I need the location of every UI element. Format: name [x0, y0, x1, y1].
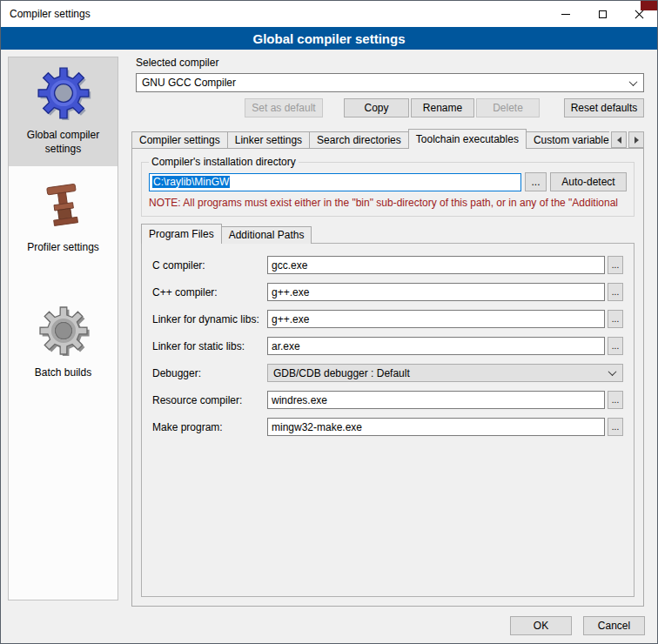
cancel-button[interactable]: Cancel	[583, 616, 645, 635]
tab-toolchain-executables[interactable]: Toolchain executables	[408, 129, 527, 149]
maximize-button[interactable]	[584, 1, 621, 27]
linker-static-browse-button[interactable]: ...	[608, 337, 623, 355]
make-program-row: Make program: ...	[152, 418, 623, 436]
browse-directory-button[interactable]: ...	[525, 172, 547, 191]
debugger-value: GDB/CDB debugger : Default	[273, 367, 410, 379]
linker-dynamic-label: Linker for dynamic libs:	[152, 313, 267, 325]
linker-dynamic-browse-button[interactable]: ...	[608, 310, 623, 328]
c-compiler-row: C compiler: ...	[152, 256, 623, 274]
sidebar-item-label: Global compiler settings	[12, 129, 114, 156]
compiler-actions: Set as default Copy Rename Delete Reset …	[136, 98, 644, 117]
debugger-label: Debugger:	[152, 367, 267, 379]
linker-dynamic-input[interactable]	[267, 310, 605, 328]
ok-button[interactable]: OK	[510, 616, 572, 635]
cpp-compiler-input[interactable]	[267, 283, 605, 301]
sidebar-item-label: Batch builds	[35, 366, 91, 380]
linker-dynamic-row: Linker for dynamic libs: ...	[152, 310, 623, 328]
tab-scroll-left-button[interactable]	[611, 131, 627, 148]
chevron-down-icon	[608, 367, 617, 376]
resource-compiler-browse-button[interactable]: ...	[608, 391, 623, 409]
cpp-compiler-row: C++ compiler: ...	[152, 283, 623, 301]
c-compiler-browse-button[interactable]: ...	[608, 256, 623, 274]
minimize-icon	[561, 14, 570, 15]
make-program-input[interactable]	[267, 418, 605, 436]
profiler-tool-icon	[32, 178, 95, 232]
resource-compiler-input[interactable]	[267, 391, 605, 409]
set-as-default-button: Set as default	[245, 98, 323, 117]
compiler-settings-dialog: Compiler settings Global compiler settin…	[0, 0, 658, 644]
sidebar-item-label: Profiler settings	[27, 241, 99, 255]
bin-subdirectory-note: NOTE: All programs must exist either in …	[149, 197, 627, 209]
installation-directory-group-label: Compiler's installation directory	[149, 156, 299, 168]
installation-directory-group: Compiler's installation directory C:\ray…	[141, 156, 634, 217]
dialog-content: Global compiler settings Profiler se	[1, 50, 657, 643]
c-compiler-input[interactable]	[267, 256, 605, 274]
tab-search-directories[interactable]: Search directories	[309, 131, 409, 149]
cpp-compiler-label: C++ compiler:	[152, 286, 267, 299]
arrow-left-icon	[617, 137, 621, 144]
main-pane: Selected compiler GNU GCC Compiler Set a…	[131, 55, 644, 607]
make-program-browse-button[interactable]: ...	[608, 418, 623, 436]
tab-linker-settings[interactable]: Linker settings	[227, 131, 310, 149]
subtab-additional-paths[interactable]: Additional Paths	[221, 226, 312, 244]
auto-detect-button[interactable]: Auto-detect	[550, 172, 627, 191]
settings-tabbar: Compiler settings Linker settings Search…	[131, 129, 644, 149]
tabs-strip: Compiler settings Linker settings Search…	[131, 129, 609, 149]
subtab-program-files[interactable]: Program Files	[141, 224, 222, 244]
installation-directory-row: C:\raylib\MinGW ... Auto-detect	[149, 172, 627, 191]
arrow-right-icon	[634, 137, 639, 144]
red-corner-mark	[641, 1, 657, 10]
minimize-button[interactable]	[547, 1, 584, 27]
close-icon	[634, 10, 644, 19]
sidebar-item-batch-builds[interactable]: Batch builds	[9, 295, 118, 391]
linker-static-label: Linker for static libs:	[152, 340, 267, 352]
sidebar-item-profiler-settings[interactable]: Profiler settings	[9, 170, 118, 265]
tab-custom-variables[interactable]: Custom variables	[526, 131, 609, 149]
dialog-header: Global compiler settings	[1, 27, 657, 50]
toolchain-subtabbar: Program Files Additional Paths	[141, 224, 636, 244]
installation-directory-value: C:\raylib\MinGW	[152, 176, 230, 188]
tab-scroll-right-button[interactable]	[628, 131, 644, 148]
window-title: Compiler settings	[1, 8, 91, 20]
toolchain-executables-panel: Compiler's installation directory C:\ray…	[131, 148, 644, 607]
program-files-panel: C compiler: ... C++ compiler: ... Linker…	[141, 243, 634, 597]
selected-compiler-label: Selected compiler	[136, 57, 644, 69]
sidebar-item-global-compiler-settings[interactable]: Global compiler settings	[9, 57, 118, 166]
copy-button[interactable]: Copy	[344, 98, 409, 117]
reset-defaults-button[interactable]: Reset defaults	[564, 98, 644, 117]
debugger-dropdown[interactable]: GDB/CDB debugger : Default	[267, 364, 623, 382]
maximize-icon	[599, 10, 607, 18]
cpp-compiler-browse-button[interactable]: ...	[608, 283, 623, 301]
selected-compiler-value: GNU GCC Compiler	[142, 77, 236, 89]
gray-gear-icon	[32, 304, 95, 358]
tab-scroll-buttons	[611, 131, 644, 148]
rename-button[interactable]: Rename	[411, 98, 474, 117]
blue-gear-icon	[32, 66, 95, 120]
linker-static-row: Linker for static libs: ...	[152, 337, 623, 355]
installation-directory-input[interactable]: C:\raylib\MinGW	[149, 173, 521, 191]
delete-button: Delete	[476, 98, 540, 117]
selected-compiler-dropdown[interactable]: GNU GCC Compiler	[136, 73, 644, 92]
dialog-footer: OK Cancel	[510, 616, 645, 635]
c-compiler-label: C compiler:	[152, 259, 267, 272]
titlebar[interactable]: Compiler settings	[1, 1, 657, 27]
linker-static-input[interactable]	[267, 337, 605, 355]
resource-compiler-row: Resource compiler: ...	[152, 391, 623, 409]
resource-compiler-label: Resource compiler:	[152, 394, 267, 406]
dialog-header-title: Global compiler settings	[252, 31, 405, 46]
tab-compiler-settings[interactable]: Compiler settings	[131, 131, 228, 149]
chevron-down-icon	[629, 77, 638, 86]
make-program-label: Make program:	[152, 421, 267, 433]
settings-category-list: Global compiler settings Profiler se	[8, 57, 118, 600]
debugger-row: Debugger: GDB/CDB debugger : Default	[152, 364, 623, 382]
